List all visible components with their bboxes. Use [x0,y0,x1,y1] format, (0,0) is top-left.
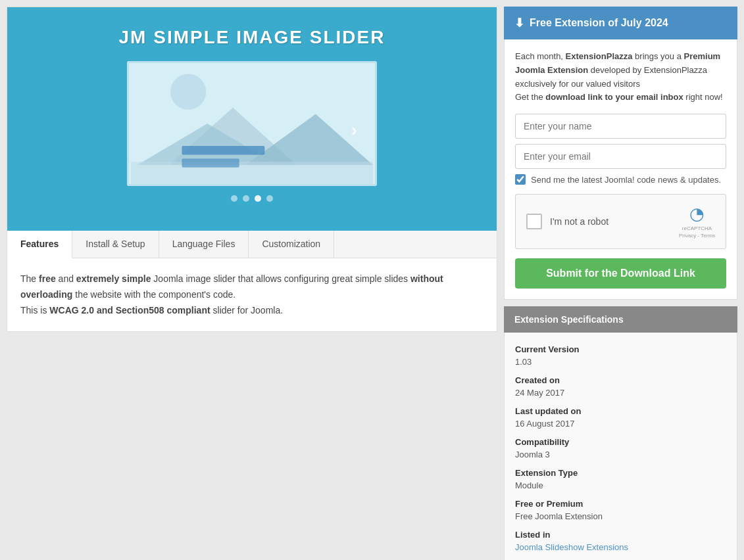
svg-rect-5 [131,162,373,184]
slider-dot-2[interactable] [243,195,249,202]
right-column: ⬇ Free Extension of July 2024 Each month… [504,7,737,560]
newsletter-checkbox[interactable] [515,174,526,185]
recaptcha-logo: ◔ reCAPTCHAPrivacy - Terms [679,204,715,239]
newsletter-label: Send me the latest Joomla! code news & u… [531,175,721,185]
spec-free-or-premium: Free or Premium Free Joomla Extension [515,498,726,523]
name-input[interactable] [515,114,726,139]
slider-dot-1[interactable] [231,195,237,202]
free-ext-header: ⬇ Free Extension of July 2024 [504,7,737,39]
tabs-bar: Features Install & Setup Language Files … [7,231,497,258]
newsletter-checkbox-row: Send me the latest Joomla! code news & u… [515,174,726,185]
recaptcha-checkbox[interactable] [526,214,542,229]
page-wrapper: JM SIMPLE IMAGE SLIDER ‹ [0,0,744,560]
tab-content-features: The free and extremely simple Joomla ima… [7,258,497,331]
spec-created-on: Created on 24 May 2017 [515,374,726,400]
form-description: Each month, ExtensionPlazza brings you a… [515,50,726,105]
recaptcha-label: I'm not a robot [550,216,608,227]
download-icon: ⬇ [514,16,524,30]
svg-rect-6 [182,146,264,155]
recaptcha-left: I'm not a robot [526,214,608,229]
specs-header: Extension Specifications [504,306,737,333]
tab-features[interactable]: Features [7,231,72,258]
features-text: The free and extremely simple Joomla ima… [20,271,484,318]
left-column: JM SIMPLE IMAGE SLIDER ‹ [7,7,497,332]
listed-in-link[interactable]: Joomla Slideshow Extensions [515,542,628,552]
email-input[interactable] [515,144,726,169]
specs-body: Current Version 1.03 Created on 24 May 2… [504,333,737,560]
slider-area: JM SIMPLE IMAGE SLIDER ‹ [7,7,497,231]
tab-customization[interactable]: Customization [249,231,334,258]
slider-image [127,61,377,186]
spec-last-updated: Last updated on 16 August 2017 [515,405,726,431]
free-ext-title: Free Extension of July 2024 [530,17,668,29]
form-box: Each month, ExtensionPlazza brings you a… [504,39,737,300]
slider-dot-3[interactable] [255,195,261,202]
slider-dot-4[interactable] [266,195,273,202]
spec-listed-in: Listed in Joomla Slideshow Extensions [515,528,726,554]
svg-rect-7 [182,158,239,168]
recaptcha-icon: ◔ [689,204,705,224]
tab-language-files[interactable]: Language Files [159,231,249,258]
submit-button[interactable]: Submit for the Download Link [515,258,726,289]
slider-next-arrow[interactable]: › [351,120,357,141]
recaptcha-widget[interactable]: I'm not a robot ◔ reCAPTCHAPrivacy - Ter… [515,194,726,249]
slider-dots [231,195,273,202]
svg-point-1 [170,74,206,109]
slider-title: JM SIMPLE IMAGE SLIDER [119,27,385,48]
spec-compatibility: Compatibility Joomla 3 [515,436,726,461]
spec-current-version: Current Version 1.03 [515,343,726,369]
tab-install-setup[interactable]: Install & Setup [72,231,159,258]
spec-extension-type: Extension Type Module [515,467,726,492]
recaptcha-brand: reCAPTCHAPrivacy - Terms [679,225,715,239]
